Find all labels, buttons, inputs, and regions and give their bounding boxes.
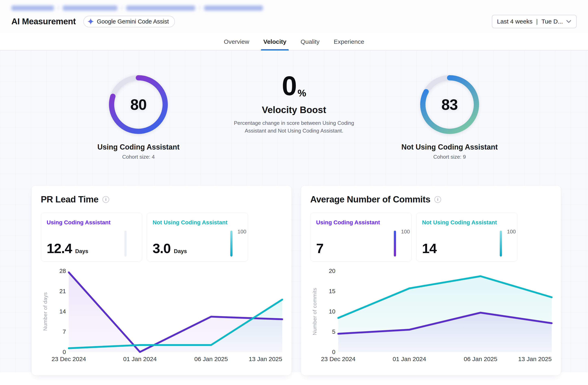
breadcrumb: / / / bbox=[11, 0, 577, 13]
x-tick: 13 Jan 2025 bbox=[518, 356, 552, 363]
gauge-score: 80 bbox=[108, 74, 168, 135]
x-axis-labels: 23 Dec 202401 Jan 202406 Jan 202513 Jan … bbox=[69, 356, 282, 365]
stat-label: Using Coding Assistant bbox=[47, 219, 136, 226]
y-axis-ticks: 20151050 bbox=[321, 271, 336, 352]
gemini-sparkle-icon bbox=[87, 18, 94, 25]
stat-not-using-coding-assistant: Not Using Coding Assistant 3.0 Days 100 bbox=[147, 212, 248, 262]
card-title: PR Lead Time bbox=[41, 194, 98, 204]
breadcrumb-segment[interactable] bbox=[11, 5, 54, 11]
score-mini-bar bbox=[124, 231, 126, 256]
breadcrumb-segment[interactable] bbox=[204, 5, 263, 11]
pr-lead-time-chart: Number of days 28211470 23 Dec 202401 Ja… bbox=[41, 271, 282, 365]
page-header: / / / AI Measurement Google Gemini Code … bbox=[0, 0, 588, 33]
score-mini-bar bbox=[394, 231, 396, 256]
date-range-select[interactable]: Last 4 weeks | Tue D... bbox=[492, 15, 577, 28]
score-mini-bar bbox=[500, 231, 502, 256]
info-icon[interactable] bbox=[103, 196, 109, 203]
x-axis-labels: 23 Dec 202401 Jan 202406 Jan 202513 Jan … bbox=[338, 356, 552, 365]
card-pr-lead-time: PR Lead Time Using Coding Assistant 12.4… bbox=[31, 185, 292, 376]
card-title: Average Number of Commits bbox=[310, 194, 430, 204]
stat-value: 14 bbox=[422, 241, 437, 256]
y-axis-ticks: 28211470 bbox=[51, 271, 67, 352]
y-axis-label: Number of commits bbox=[312, 288, 318, 335]
gauge-score: 83 bbox=[420, 74, 480, 135]
y-tick: 5 bbox=[332, 328, 336, 335]
stat-label: Not Using Coding Assistant bbox=[422, 219, 512, 226]
y-tick: 7 bbox=[63, 328, 66, 335]
gauge-label: Not Using Coding Assistant bbox=[401, 143, 498, 151]
stat-using-coding-assistant: Using Coding Assistant 12.4 Days bbox=[41, 212, 142, 262]
y-tick: 28 bbox=[60, 268, 66, 274]
x-tick: 01 Jan 2024 bbox=[123, 356, 157, 363]
mini-bar-max-label: 100 bbox=[507, 229, 516, 235]
breadcrumb-segment[interactable] bbox=[126, 5, 195, 11]
gauge-label: Using Coding Assistant bbox=[97, 143, 180, 151]
date-range-detail: Tue D... bbox=[541, 18, 563, 25]
velocity-boost-block: 0 % Velocity Boost Percentage change in … bbox=[216, 74, 372, 160]
x-tick: 06 Jan 2025 bbox=[194, 356, 228, 363]
stat-unit: Days bbox=[75, 248, 88, 254]
date-range-preset: Last 4 weeks bbox=[497, 18, 533, 25]
line-chart-plot bbox=[338, 271, 552, 352]
stat-not-using-coding-assistant: Not Using Coding Assistant 14 100 bbox=[416, 212, 518, 262]
y-tick: 0 bbox=[332, 349, 336, 355]
chevron-down-icon bbox=[566, 20, 571, 23]
stat-unit: Days bbox=[174, 248, 187, 254]
gauge-cohort-size: Cohort size: 4 bbox=[122, 154, 155, 160]
boost-unit: % bbox=[297, 89, 306, 97]
mini-bar-max-label: 100 bbox=[401, 229, 410, 235]
y-tick: 20 bbox=[329, 268, 336, 274]
boost-value: 0 bbox=[282, 74, 296, 97]
stat-value: 12.4 bbox=[47, 241, 72, 256]
gauge-using-coding-assistant: 80 Using Coding Assistant Cohort size: 4 bbox=[61, 74, 216, 160]
active-tab-underline bbox=[261, 49, 289, 50]
average-commits-chart: Number of commits 20151050 23 Dec 202401… bbox=[310, 271, 552, 365]
date-range-separator: | bbox=[536, 18, 538, 25]
page-title: AI Measurement bbox=[11, 17, 76, 26]
boost-description: Percentage change in score between Using… bbox=[229, 119, 359, 135]
y-axis-label: Number of days bbox=[42, 292, 48, 331]
y-tick: 14 bbox=[60, 308, 66, 315]
main-content: 80 Using Coding Assistant Cohort size: 4… bbox=[0, 50, 588, 372]
gemini-badge-label: Google Gemini Code Assist bbox=[97, 18, 169, 25]
breadcrumb-separator: / bbox=[199, 5, 200, 11]
info-icon[interactable] bbox=[434, 196, 441, 203]
mini-bar-max-label: 100 bbox=[238, 229, 246, 235]
y-tick: 21 bbox=[60, 288, 66, 295]
breadcrumb-segment[interactable] bbox=[63, 5, 118, 11]
gauge-not-using-coding-assistant: 83 Not Using Coding Assistant Cohort siz… bbox=[372, 74, 527, 160]
gauge-cohort-size: Cohort size: 9 bbox=[433, 154, 466, 160]
tab-velocity[interactable]: Velocity bbox=[263, 37, 287, 50]
y-tick: 0 bbox=[63, 349, 66, 355]
stat-using-coding-assistant: Using Coding Assistant 7 100 bbox=[310, 212, 412, 262]
stat-value: 7 bbox=[316, 241, 323, 256]
y-tick: 15 bbox=[329, 288, 336, 295]
card-average-number-of-commits: Average Number of Commits Using Coding A… bbox=[301, 185, 561, 376]
x-tick: 23 Dec 2024 bbox=[52, 356, 86, 363]
tab-quality[interactable]: Quality bbox=[300, 37, 320, 50]
tab-experience[interactable]: Experience bbox=[333, 37, 365, 50]
boost-title: Velocity Boost bbox=[262, 104, 326, 115]
tab-overview[interactable]: Overview bbox=[223, 37, 250, 50]
x-tick: 13 Jan 2025 bbox=[249, 356, 282, 363]
x-tick: 06 Jan 2025 bbox=[464, 356, 497, 363]
y-tick: 10 bbox=[329, 308, 336, 315]
stat-label: Using Coding Assistant bbox=[316, 219, 406, 226]
score-mini-bar bbox=[230, 231, 232, 256]
x-tick: 01 Jan 2024 bbox=[393, 356, 426, 363]
breadcrumb-separator: / bbox=[58, 5, 59, 11]
tab-bar: Overview Velocity Quality Experience bbox=[0, 33, 588, 50]
breadcrumb-separator: / bbox=[121, 5, 123, 11]
gemini-badge: Google Gemini Code Assist bbox=[84, 16, 175, 27]
stat-label: Not Using Coding Assistant bbox=[153, 219, 242, 226]
line-chart-plot bbox=[69, 271, 282, 352]
x-tick: 23 Dec 2024 bbox=[321, 356, 356, 363]
stat-value: 3.0 bbox=[153, 241, 171, 256]
